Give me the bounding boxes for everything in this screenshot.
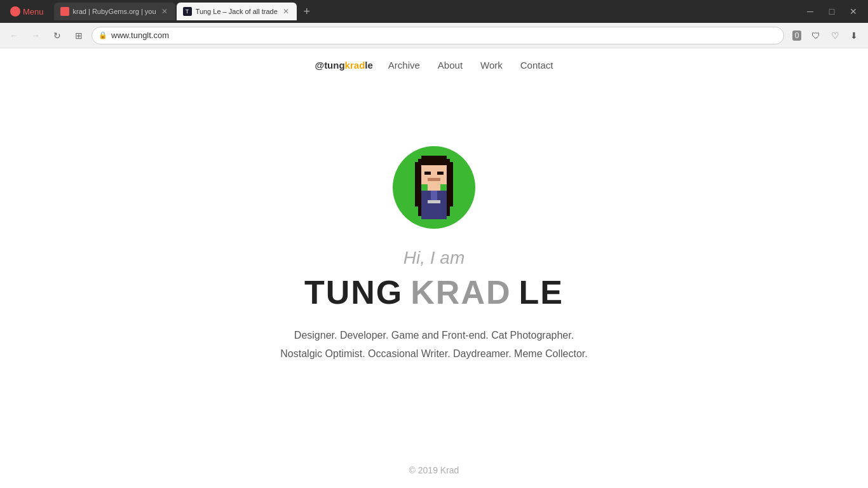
forward-button[interactable]: →: [27, 27, 44, 44]
download-icon: ⬇: [850, 30, 858, 41]
site-nav-links: Archive About Work Contact: [388, 60, 553, 71]
description-line1: Designer. Developer. Game and Front-end.…: [294, 327, 574, 345]
hero-name: TUNG KRAD LE: [304, 273, 564, 311]
tab-close-rubygems[interactable]: ✕: [160, 6, 169, 17]
svg-rect-0: [421, 156, 447, 159]
tab-rubygems[interactable]: krad | RubyGems.org | you ✕: [54, 3, 175, 20]
lock-icon: 🔒: [98, 31, 107, 39]
svg-rect-11: [447, 181, 453, 207]
maximize-button[interactable]: □: [822, 2, 841, 21]
browser-logo-icon: [10, 6, 20, 17]
avatar-pixel-art: [409, 156, 459, 219]
tabs-area: krad | RubyGems.org | you ✕ T Tung Le – …: [51, 3, 798, 20]
tab-tunglt[interactable]: T Tung Le – Jack of all trade ✕: [177, 3, 297, 20]
nav-link-contact[interactable]: Contact: [520, 60, 553, 71]
new-tab-button[interactable]: +: [298, 3, 316, 20]
nav-link-about[interactable]: About: [438, 60, 463, 71]
svg-rect-10: [415, 181, 421, 207]
menu-button[interactable]: Menu: [5, 4, 49, 19]
logo-highlight: krad: [345, 60, 365, 71]
copyright-text: © 2019 Krad: [409, 465, 459, 475]
footer: © 2019 Krad: [397, 452, 472, 488]
back-icon: ←: [10, 30, 18, 41]
grid-icon: ⊞: [75, 30, 83, 41]
grid-button[interactable]: ⊞: [70, 27, 88, 44]
window-controls: ─ □ ✕: [801, 2, 863, 21]
nav-actions: 0 🛡 ♡ ⬇: [788, 27, 863, 44]
menu-label: Menu: [23, 7, 44, 17]
tab-favicon-tunglt: T: [183, 7, 192, 16]
tab-label-tunglt: Tung Le – Jack of all trade: [196, 8, 278, 15]
url-text: www.tunglt.com: [111, 30, 169, 40]
svg-rect-3: [415, 165, 421, 181]
nav-bar: ← → ↻ ⊞ 🔒 www.tunglt.com 0 🛡 ♡ ⬇: [0, 23, 868, 48]
address-bar[interactable]: 🔒 www.tunglt.com: [92, 27, 784, 44]
nav-link-work[interactable]: Work: [480, 60, 503, 71]
nav-link-archive[interactable]: Archive: [388, 60, 420, 71]
tab-favicon-rubygems: [60, 7, 69, 16]
name-tung: TUNG: [304, 273, 403, 311]
shield-button[interactable]: 🛡: [807, 27, 825, 44]
extensions-button[interactable]: 0: [788, 27, 806, 44]
back-button[interactable]: ←: [5, 27, 23, 44]
svg-rect-7: [437, 172, 444, 175]
svg-rect-6: [424, 172, 431, 175]
page-content: @tungkradle Archive About Work Contact: [0, 48, 868, 488]
svg-rect-1: [418, 159, 450, 162]
site-logo[interactable]: @tungkradle: [315, 60, 373, 71]
name-le: LE: [519, 273, 564, 311]
title-bar: Menu krad | RubyGems.org | you ✕ T Tung …: [0, 0, 868, 23]
close-button[interactable]: ✕: [844, 2, 863, 21]
svg-rect-9: [428, 184, 440, 191]
reload-button[interactable]: ↻: [48, 27, 66, 44]
bookmark-button[interactable]: ♡: [826, 27, 844, 44]
svg-rect-15: [431, 191, 437, 200]
tab-close-tunglt[interactable]: ✕: [281, 6, 290, 17]
tab-label-rubygems: krad | RubyGems.org | you: [73, 8, 156, 15]
description-line2: Nostalgic Optimist. Occasional Writer. D…: [280, 345, 587, 363]
extensions-badge: 0: [792, 30, 802, 41]
hero-section: Hi, I am TUNG KRAD LE Designer. Develope…: [280, 82, 587, 452]
download-button[interactable]: ⬇: [845, 27, 863, 44]
heart-icon: ♡: [831, 30, 839, 41]
logo-suffix: le: [365, 60, 373, 71]
logo-prefix: @tung: [315, 60, 345, 71]
avatar: [393, 146, 475, 229]
shield-icon: 🛡: [811, 30, 820, 41]
site-nav: @tungkradle Archive About Work Contact: [0, 48, 868, 82]
minimize-button[interactable]: ─: [801, 2, 820, 21]
svg-rect-4: [447, 165, 453, 181]
svg-rect-8: [428, 178, 440, 181]
forward-icon: →: [31, 30, 40, 41]
reload-icon: ↻: [53, 30, 61, 41]
svg-rect-2: [415, 162, 453, 165]
name-krad: KRAD: [410, 273, 511, 311]
greeting-text: Hi, I am: [403, 248, 465, 268]
svg-rect-17: [428, 200, 440, 203]
